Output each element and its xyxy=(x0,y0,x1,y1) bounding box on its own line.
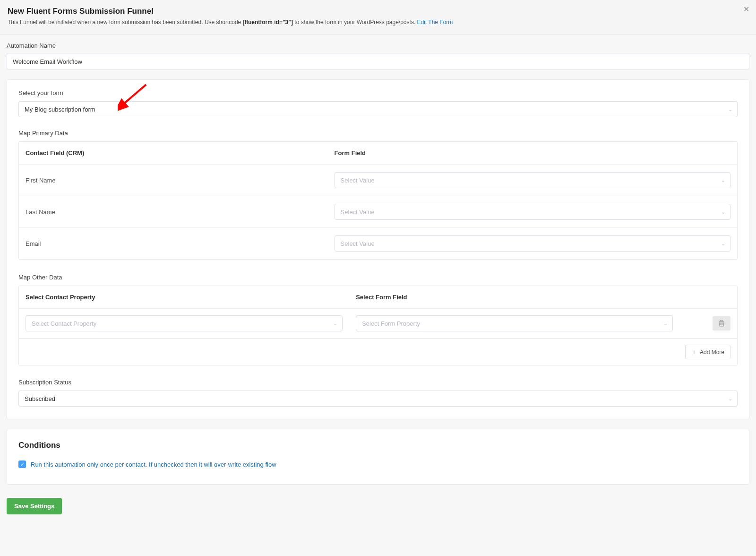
subscription-status-select[interactable]: Subscribed ⌄ xyxy=(18,391,738,407)
map-primary-title: Map Primary Data xyxy=(18,130,738,137)
contact-field-label: First Name xyxy=(19,165,328,196)
chevron-down-icon: ⌄ xyxy=(721,177,725,183)
form-field-select-lastname[interactable]: Select Value ⌄ xyxy=(335,204,730,220)
form-field-select-firstname[interactable]: Select Value ⌄ xyxy=(335,172,730,188)
header: New Fluent Forms Submission Funnel This … xyxy=(0,0,756,35)
conditions-card: Conditions ✓ Run this automation only on… xyxy=(7,429,749,485)
chevron-down-icon: ⌄ xyxy=(333,321,337,327)
close-icon[interactable]: ✕ xyxy=(743,5,749,14)
settings-card: Select your form My Blog subscription fo… xyxy=(7,79,749,419)
table-row: Last Name Select Value ⌄ xyxy=(19,196,737,228)
shortcode-text: [fluentform id="3"] xyxy=(243,19,293,26)
trash-icon xyxy=(719,320,724,327)
chevron-down-icon: ⌄ xyxy=(728,106,732,113)
header-description: This Funnel will be initiated when a new… xyxy=(8,19,748,26)
map-primary-col1: Contact Field (CRM) xyxy=(19,142,328,164)
table-row: Email Select Value ⌄ xyxy=(19,228,737,259)
contact-field-label: Last Name xyxy=(19,196,328,227)
form-field-select-email[interactable]: Select Value ⌄ xyxy=(335,235,730,252)
map-primary-col2: Form Field xyxy=(328,142,737,164)
form-property-select[interactable]: Select Form Property ⌄ xyxy=(356,315,673,331)
plus-icon: ＋ xyxy=(691,348,697,356)
page-title: New Fluent Forms Submission Funnel xyxy=(8,7,748,16)
chevron-down-icon: ⌄ xyxy=(721,241,725,247)
map-primary-table: Contact Field (CRM) Form Field First Nam… xyxy=(18,141,738,260)
delete-row-button[interactable] xyxy=(713,316,730,330)
contact-field-label: Email xyxy=(19,228,328,259)
chevron-down-icon: ⌄ xyxy=(728,396,732,402)
map-other-table: Select Contact Property Select Form Fiel… xyxy=(18,286,738,365)
map-other-col2: Select Form Field xyxy=(349,286,679,308)
chevron-down-icon: ⌄ xyxy=(663,321,668,327)
map-other-col1: Select Contact Property xyxy=(19,286,349,308)
automation-name-label: Automation Name xyxy=(7,42,749,49)
chevron-down-icon: ⌄ xyxy=(721,209,725,215)
save-settings-button[interactable]: Save Settings xyxy=(7,498,62,514)
automation-name-section: Automation Name xyxy=(0,35,756,75)
edit-form-link[interactable]: Edit The Form xyxy=(417,19,453,26)
table-row: First Name Select Value ⌄ xyxy=(19,165,737,196)
select-form-value: My Blog subscription form xyxy=(25,106,95,113)
add-more-row: ＋ Add More xyxy=(19,339,737,365)
map-other-title: Map Other Data xyxy=(18,274,738,281)
run-once-checkbox-row[interactable]: ✓ Run this automation only once per cont… xyxy=(18,460,738,468)
automation-name-input[interactable] xyxy=(7,53,749,70)
table-row: Select Contact Property ⌄ Select Form Pr… xyxy=(19,309,737,339)
add-more-button[interactable]: ＋ Add More xyxy=(685,345,730,359)
select-form-label: Select your form xyxy=(18,89,738,96)
subscription-status-value: Subscribed xyxy=(25,395,55,402)
subscription-status-label: Subscription Status xyxy=(18,379,738,386)
contact-property-select[interactable]: Select Contact Property ⌄ xyxy=(26,315,343,331)
conditions-title: Conditions xyxy=(18,441,738,450)
run-once-label: Run this automation only once per contac… xyxy=(31,461,276,468)
select-form-dropdown[interactable]: My Blog subscription form ⌄ xyxy=(18,101,738,117)
checkbox-checked-icon[interactable]: ✓ xyxy=(18,460,26,468)
